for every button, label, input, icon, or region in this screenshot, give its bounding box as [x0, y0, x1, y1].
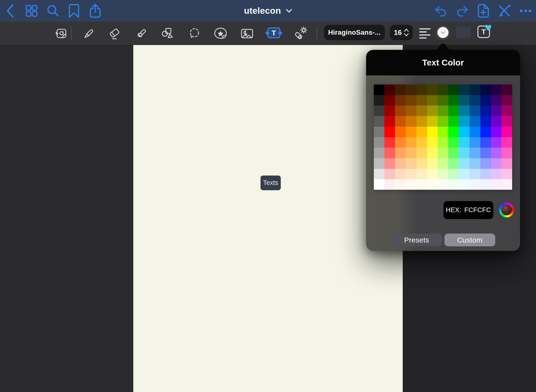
- color-swatch-r4c10[interactable]: [480, 127, 491, 137]
- color-swatch-r9c8[interactable]: [459, 179, 469, 190]
- color-swatch-r2c12[interactable]: [502, 105, 512, 116]
- redo-button[interactable]: [453, 0, 471, 22]
- color-swatch-r0c4[interactable]: [416, 85, 427, 95]
- color-swatch-r3c1[interactable]: [384, 116, 395, 127]
- color-swatch-r8c12[interactable]: [502, 169, 512, 179]
- color-swatch-r2c10[interactable]: [480, 105, 491, 116]
- color-swatch-r9c7[interactable]: [448, 179, 459, 190]
- color-swatch-r2c11[interactable]: [491, 105, 502, 116]
- color-swatch-r7c12[interactable]: [502, 158, 512, 169]
- color-swatch-r2c2[interactable]: [395, 105, 406, 116]
- color-swatch-r1c9[interactable]: [469, 95, 480, 106]
- color-swatch-r3c12[interactable]: [502, 116, 512, 127]
- color-swatch-r1c8[interactable]: [459, 95, 469, 106]
- color-swatch-r0c8[interactable]: [459, 85, 469, 95]
- lasso-tool-button[interactable]: [185, 22, 203, 45]
- color-swatch-r7c9[interactable]: [469, 158, 480, 169]
- color-swatch-r3c6[interactable]: [438, 116, 448, 127]
- color-swatch-r9c5[interactable]: [427, 179, 438, 190]
- tab-presets[interactable]: Presets: [391, 234, 442, 246]
- color-swatch-r8c9[interactable]: [469, 169, 480, 179]
- color-swatch-r2c9[interactable]: [469, 105, 480, 116]
- color-swatch-r0c10[interactable]: [480, 85, 491, 95]
- color-swatch-r4c9[interactable]: [469, 127, 480, 137]
- color-swatch-r5c10[interactable]: [480, 137, 491, 148]
- color-swatch-r1c11[interactable]: [491, 95, 502, 106]
- color-swatch-r1c4[interactable]: [416, 95, 427, 106]
- color-swatch-r8c3[interactable]: [406, 169, 416, 179]
- color-swatch-r4c8[interactable]: [459, 127, 469, 137]
- color-swatch-r5c11[interactable]: [491, 137, 502, 148]
- color-swatch-r7c11[interactable]: [491, 158, 502, 169]
- color-swatch-r2c7[interactable]: [448, 105, 459, 116]
- color-swatch-r7c1[interactable]: [384, 158, 395, 169]
- color-swatch-r2c6[interactable]: [438, 105, 448, 116]
- color-swatch-r8c11[interactable]: [491, 169, 502, 179]
- color-swatch-r2c4[interactable]: [416, 105, 427, 116]
- color-swatch-r7c5[interactable]: [427, 158, 438, 169]
- color-swatch-r0c1[interactable]: [384, 85, 395, 95]
- color-swatch-r5c6[interactable]: [438, 137, 448, 148]
- color-swatch-r7c10[interactable]: [480, 158, 491, 169]
- add-page-button[interactable]: [474, 0, 492, 22]
- deselect-pen-button[interactable]: [495, 0, 514, 22]
- color-swatch-r7c8[interactable]: [459, 158, 469, 169]
- color-swatch-r4c11[interactable]: [491, 127, 502, 137]
- color-swatch-r1c7[interactable]: [448, 95, 459, 106]
- font-selector[interactable]: HiraginoSans-...: [324, 25, 385, 40]
- color-swatch-r6c9[interactable]: [469, 148, 480, 158]
- color-swatch-r9c2[interactable]: [395, 179, 406, 190]
- color-swatch-r5c12[interactable]: [502, 137, 512, 148]
- color-swatch-r1c6[interactable]: [438, 95, 448, 106]
- color-swatch-r1c5[interactable]: [427, 95, 438, 106]
- bookmark-button[interactable]: [65, 0, 83, 22]
- color-swatch-r5c4[interactable]: [416, 137, 427, 148]
- color-swatch-r5c1[interactable]: [384, 137, 395, 148]
- color-swatch-r6c6[interactable]: [438, 148, 448, 158]
- color-swatch-r5c0[interactable]: [374, 137, 384, 148]
- color-swatch-r2c1[interactable]: [384, 105, 395, 116]
- color-swatch-r1c3[interactable]: [406, 95, 416, 106]
- color-swatch-r5c8[interactable]: [459, 137, 469, 148]
- color-swatch-r6c4[interactable]: [416, 148, 427, 158]
- color-swatch-r7c7[interactable]: [448, 158, 459, 169]
- color-swatch-r0c3[interactable]: [406, 85, 416, 95]
- text-color-button[interactable]: [436, 25, 450, 40]
- color-swatch-r1c2[interactable]: [395, 95, 406, 106]
- color-swatch-r5c3[interactable]: [406, 137, 416, 148]
- color-swatch-r4c5[interactable]: [427, 127, 438, 137]
- sticker-tool-button[interactable]: [211, 22, 230, 45]
- color-swatch-r0c2[interactable]: [395, 85, 406, 95]
- color-swatch-r9c9[interactable]: [469, 179, 480, 190]
- color-swatch-r3c4[interactable]: [416, 116, 427, 127]
- color-swatch-r1c1[interactable]: [384, 95, 395, 106]
- share-button[interactable]: [86, 0, 104, 22]
- color-swatch-r4c4[interactable]: [416, 127, 427, 137]
- color-swatch-r6c11[interactable]: [491, 148, 502, 158]
- color-swatch-r9c12[interactable]: [502, 179, 512, 190]
- color-swatch-r2c3[interactable]: [406, 105, 416, 116]
- alignment-button[interactable]: [416, 22, 434, 45]
- color-swatch-r9c1[interactable]: [384, 179, 395, 190]
- thumbnails-button[interactable]: [22, 0, 41, 22]
- color-swatch-r8c6[interactable]: [438, 169, 448, 179]
- color-swatch-r6c5[interactable]: [427, 148, 438, 158]
- color-swatch-r9c3[interactable]: [406, 179, 416, 190]
- color-swatch-r1c10[interactable]: [480, 95, 491, 106]
- read-only-mode-button[interactable]: [52, 22, 71, 45]
- color-swatch-r3c5[interactable]: [427, 116, 438, 127]
- color-swatch-r5c2[interactable]: [395, 137, 406, 148]
- color-swatch-r4c6[interactable]: [438, 127, 448, 137]
- color-swatch-r3c10[interactable]: [480, 116, 491, 127]
- image-tool-button[interactable]: [238, 22, 256, 45]
- color-swatch-r9c10[interactable]: [480, 179, 491, 190]
- color-swatch-r5c5[interactable]: [427, 137, 438, 148]
- document-page[interactable]: Texts: [133, 45, 403, 392]
- color-swatch-r6c3[interactable]: [406, 148, 416, 158]
- color-swatch-r9c0[interactable]: [374, 179, 384, 190]
- back-button[interactable]: [1, 0, 20, 22]
- font-size-stepper[interactable]: 16: [390, 25, 413, 40]
- color-swatch-r6c7[interactable]: [448, 148, 459, 158]
- color-swatch-r7c4[interactable]: [416, 158, 427, 169]
- color-swatch-r6c12[interactable]: [502, 148, 512, 158]
